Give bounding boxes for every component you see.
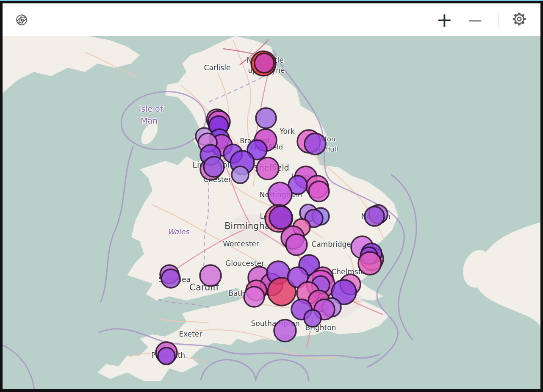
map-label: Isle of — [139, 104, 163, 113]
globe-logo-icon[interactable] — [14, 13, 29, 27]
window-accent-line — [0, 0, 543, 1]
city-marker[interactable] — [305, 133, 326, 155]
city-marker[interactable] — [256, 108, 276, 128]
city-marker[interactable] — [309, 181, 329, 202]
city-marker[interactable] — [365, 207, 384, 226]
city-marker[interactable] — [232, 166, 249, 183]
toolbar: + − — [3, 3, 540, 36]
city-marker[interactable] — [268, 182, 292, 206]
settings-button[interactable] — [507, 11, 531, 28]
zoom-out-button[interactable]: − — [463, 10, 488, 30]
city-marker[interactable] — [200, 265, 221, 286]
city-marker[interactable] — [304, 310, 321, 327]
city-marker[interactable] — [257, 157, 279, 179]
app-window: + − — [3, 3, 540, 389]
map-label: Cambridge — [311, 240, 351, 248]
map-label: Wales — [168, 227, 189, 236]
map-label: York — [279, 127, 295, 135]
map-label: Bath — [228, 289, 245, 298]
map-label: Worcester — [223, 240, 259, 248]
city-marker[interactable] — [204, 157, 224, 177]
city-marker[interactable] — [358, 252, 381, 275]
city-marker[interactable] — [274, 320, 296, 342]
map-canvas[interactable]: CarlisleNewcastleupon TyneIsle ofManYork… — [3, 36, 540, 389]
city-marker[interactable] — [269, 206, 292, 229]
map-label: Exeter — [179, 330, 202, 338]
city-marker[interactable] — [161, 269, 180, 288]
city-marker[interactable] — [158, 348, 175, 364]
toolbar-divider — [499, 12, 499, 28]
city-marker[interactable] — [244, 287, 264, 307]
map-label: Carlisle — [204, 63, 231, 72]
zoom-in-button[interactable]: + — [432, 10, 457, 30]
map-label: Man — [141, 116, 158, 125]
city-marker[interactable] — [255, 53, 274, 73]
city-marker[interactable] — [286, 234, 307, 255]
gear-icon — [512, 11, 527, 28]
